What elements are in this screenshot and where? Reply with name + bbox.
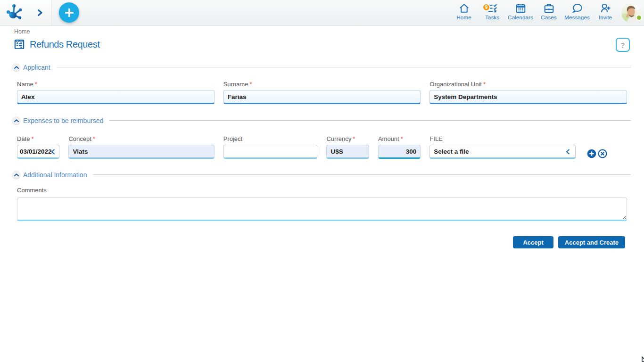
online-status-dot (636, 15, 642, 21)
remove-circle-icon (598, 149, 607, 158)
surname-label: Surname* (223, 81, 421, 88)
amount-input[interactable] (378, 145, 421, 159)
concept-label: Concept* (68, 135, 214, 142)
amount-label: Amount* (378, 135, 421, 142)
page-title: Refunds Request (30, 39, 100, 50)
chevron-up-icon (14, 119, 19, 122)
processmaker-logo-icon (7, 4, 22, 22)
nav-label: Calendars (508, 15, 533, 21)
expenses-labels: Date* Concept* Project Currency* Amount*… (17, 135, 627, 142)
calendars-icon (515, 3, 526, 14)
nav-item-invite[interactable]: Invite (591, 0, 619, 25)
collapse-applicant-button[interactable] (12, 63, 20, 71)
nav-label: Home (456, 15, 471, 21)
section-additional: Additional Information (12, 171, 632, 179)
section-label: Expenses to be reimbursed (23, 117, 103, 124)
cases-icon (544, 3, 554, 14)
sidebar-expand-button[interactable] (35, 8, 45, 18)
remove-row-button[interactable] (598, 149, 607, 158)
nav-item-tasks[interactable]: Tasks 9 (478, 0, 506, 25)
request-form-icon (14, 40, 25, 49)
section-label: Additional Information (23, 171, 87, 179)
tasks-count-badge: 9 (482, 3, 490, 11)
navbar-menu: Home Tasks 9 (450, 0, 644, 25)
required-marker: * (93, 135, 95, 142)
currency-input[interactable] (326, 145, 369, 159)
required-marker: * (483, 81, 486, 88)
messages-icon (572, 3, 583, 14)
required-marker: * (353, 135, 355, 142)
comments-textarea[interactable] (17, 197, 627, 221)
file-label: FILE (429, 135, 575, 142)
org-unit-input[interactable] (429, 90, 627, 104)
section-expenses: Expenses to be reimbursed (12, 116, 632, 124)
project-label: Project (223, 135, 318, 142)
comments-label: Comments (17, 187, 627, 194)
nav-label: Tasks (485, 15, 499, 21)
concept-input[interactable] (68, 145, 214, 159)
new-request-button[interactable] (59, 2, 79, 23)
nav-label: Messages (564, 15, 590, 21)
section-divider (93, 174, 631, 175)
expenses-inputs (17, 145, 627, 159)
accept-button[interactable]: Accept (513, 236, 553, 248)
form-actions: Accept Accept and Create (17, 236, 625, 248)
nav-item-messages[interactable]: Messages (563, 0, 591, 25)
org-unit-label: Organizational Unit* (429, 81, 627, 88)
invite-icon (600, 3, 611, 14)
breadcrumb[interactable]: Home (14, 28, 644, 35)
applicant-inputs (17, 90, 627, 104)
applicant-labels: Name* Surname* Organizational Unit* (17, 81, 627, 88)
home-icon (459, 3, 470, 14)
row-actions (585, 145, 627, 159)
chevron-up-icon (14, 66, 19, 69)
section-label: Applicant (23, 64, 50, 71)
required-marker: * (249, 81, 252, 88)
required-marker: * (31, 135, 33, 142)
collapse-additional-button[interactable] (12, 171, 20, 179)
section-applicant: Applicant (12, 63, 632, 71)
required-marker: * (35, 81, 37, 88)
project-input[interactable] (223, 145, 318, 159)
add-circle-icon (587, 149, 596, 158)
accept-and-create-button[interactable]: Accept and Create (558, 236, 625, 248)
date-input[interactable] (17, 145, 59, 159)
nav-label: Cases (541, 15, 556, 21)
name-label: Name* (17, 81, 215, 88)
page-title-row: Refunds Request ? (14, 37, 630, 51)
required-marker: * (401, 135, 403, 142)
nav-item-cases[interactable]: Cases (535, 0, 563, 25)
brand-area (0, 0, 52, 25)
file-input[interactable] (429, 145, 575, 159)
user-avatar[interactable] (619, 0, 644, 25)
mouse-cursor (642, 356, 644, 362)
date-label: Date* (17, 135, 59, 142)
nav-item-home[interactable]: Home (450, 0, 478, 25)
section-divider (109, 120, 631, 121)
help-button[interactable]: ? (616, 38, 630, 52)
nav-item-calendars[interactable]: Calendars (506, 0, 535, 25)
surname-input[interactable] (223, 90, 421, 104)
chevron-up-icon (14, 173, 19, 176)
name-input[interactable] (17, 90, 215, 104)
collapse-expenses-button[interactable] (12, 116, 20, 124)
currency-label: Currency* (326, 135, 369, 142)
top-navbar: Home Tasks 9 (0, 0, 644, 26)
section-divider (57, 67, 631, 67)
nav-label: Invite (599, 15, 612, 21)
add-row-button[interactable] (587, 149, 596, 158)
